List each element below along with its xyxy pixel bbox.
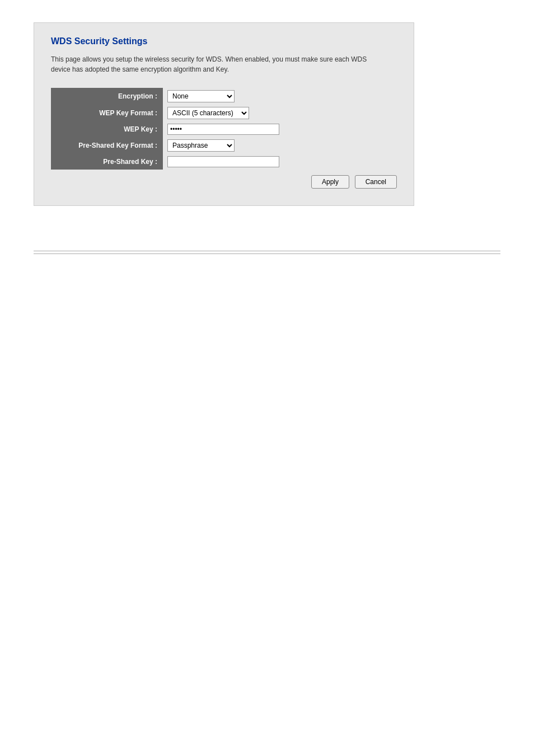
page-wrapper: WDS Security Settings This page allows y…	[0, 0, 534, 756]
pre-shared-key-format-row: Pre-Shared Key Format : Passphrase Hex	[51, 137, 397, 154]
pre-shared-key-format-label: Pre-Shared Key Format :	[51, 137, 163, 154]
apply-button[interactable]: Apply	[311, 175, 349, 189]
wep-key-input[interactable]	[167, 124, 279, 135]
settings-panel: WDS Security Settings This page allows y…	[34, 22, 414, 206]
content-area: WDS Security Settings This page allows y…	[0, 0, 534, 756]
encryption-select[interactable]: None WEP WPA-PSK WPA2-PSK	[167, 90, 235, 102]
panel-title: WDS Security Settings	[51, 36, 397, 46]
bottom-divider	[34, 251, 500, 251]
wep-key-format-row: WEP Key Format : ASCII (5 characters) AS…	[51, 105, 397, 121]
pre-shared-key-label: Pre-Shared Key :	[51, 154, 163, 170]
cancel-button[interactable]: Cancel	[355, 175, 397, 189]
bottom-divider2	[34, 253, 500, 254]
panel-description: This page allows you setup the wireless …	[51, 54, 376, 74]
pre-shared-key-input[interactable]	[167, 156, 279, 167]
wep-key-row: WEP Key :	[51, 121, 397, 137]
form-table: Encryption : None WEP WPA-PSK WPA2-PSK	[51, 88, 397, 170]
encryption-input-cell: None WEP WPA-PSK WPA2-PSK	[163, 88, 397, 105]
encryption-row: Encryption : None WEP WPA-PSK WPA2-PSK	[51, 88, 397, 105]
spacer2	[34, 223, 500, 240]
button-row: Apply Cancel	[51, 175, 397, 189]
pre-shared-key-format-input-cell: Passphrase Hex	[163, 137, 397, 154]
wep-key-format-input-cell: ASCII (5 characters) ASCII (13 character…	[163, 105, 397, 121]
wep-key-label: WEP Key :	[51, 121, 163, 137]
pre-shared-key-row: Pre-Shared Key :	[51, 154, 397, 170]
wep-key-input-cell	[163, 121, 397, 137]
encryption-label: Encryption :	[51, 88, 163, 105]
wep-key-format-select[interactable]: ASCII (5 characters) ASCII (13 character…	[167, 107, 249, 119]
wep-key-format-label: WEP Key Format :	[51, 105, 163, 121]
pre-shared-key-input-cell	[163, 154, 397, 170]
pre-shared-key-format-select[interactable]: Passphrase Hex	[167, 139, 235, 152]
spacer	[34, 206, 500, 223]
